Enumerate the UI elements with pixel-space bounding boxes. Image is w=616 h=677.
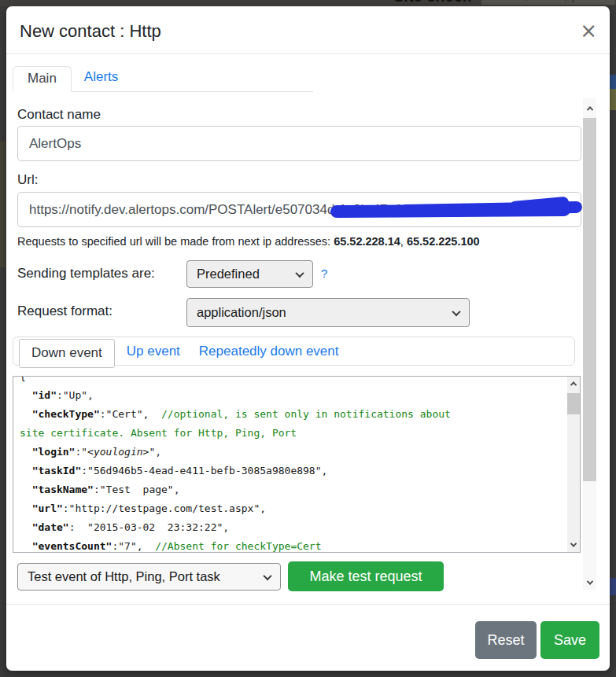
tab-repeatedly-down-event[interactable]: Repeatedly down event: [199, 344, 339, 359]
code-content: { "id":"Up", "checkType":"Cert", //optio…: [13, 376, 580, 553]
url-label: Url:: [17, 172, 38, 188]
code-line: "taskName":"Test page",: [20, 480, 580, 499]
test-event-value: Test event of Http, Ping, Port task: [28, 569, 220, 584]
event-template-code-area[interactable]: { "id":"Up", "checkType":"Cert", //optio…: [13, 376, 581, 553]
sending-templates-label: Sending templates are:: [17, 266, 155, 281]
tab-alerts[interactable]: Alerts: [72, 65, 131, 91]
dialog-scrollbar-thumb[interactable]: [583, 118, 596, 481]
request-format-label: Request format:: [17, 304, 113, 319]
chevron-up-icon: [570, 381, 577, 388]
event-tab-bar: Down event Up event Repeatedly down even…: [13, 337, 575, 366]
chevron-down-icon: [295, 268, 304, 277]
chevron-down-icon: [263, 571, 271, 579]
scroll-down-icon[interactable]: [567, 538, 580, 552]
backdrop-fragment: [0, 142, 6, 267]
templates-help-link[interactable]: ?: [321, 267, 327, 280]
tab-up-event[interactable]: Up event: [127, 344, 180, 359]
code-scrollbar-thumb[interactable]: [567, 393, 580, 414]
request-format-value: application/json: [197, 305, 286, 320]
tab-down-event[interactable]: Down event: [19, 339, 115, 368]
dialog-title: New contact : Http: [20, 21, 161, 42]
contact-name-value: AlertOps: [29, 136, 81, 152]
scroll-down-icon[interactable]: [583, 576, 596, 590]
tab-main[interactable]: Main: [13, 66, 72, 92]
contact-name-input[interactable]: AlertOps: [17, 126, 581, 161]
chevron-down-icon: [586, 578, 592, 584]
request-format-select[interactable]: application/json: [186, 298, 470, 327]
sending-templates-value: Predefined: [197, 267, 260, 281]
header-divider: [6, 53, 610, 54]
reset-button[interactable]: Reset: [475, 621, 537, 659]
ip-address-1: 65.52.228.14: [334, 235, 400, 248]
backdrop-fragment: [610, 75, 616, 89]
backdrop-search-placeholder: Enter url, domain, ip: [481, 0, 615, 4]
backdrop-search-input: Enter url, domain, ip: [481, 0, 615, 5]
code-line: {: [20, 376, 580, 386]
code-line: "url":"http://testpage.com/test.aspx",: [20, 499, 580, 518]
code-line: "date": "2015-03-02 23:32:22",: [20, 518, 580, 537]
code-line: "login":"<youlogin>",: [20, 443, 580, 462]
close-icon[interactable]: ×: [580, 20, 597, 41]
code-scrollbar[interactable]: [567, 377, 580, 552]
save-button[interactable]: Save: [540, 621, 599, 659]
backdrop-page-header: Site check Enter url, domain, ip: [0, 0, 616, 6]
new-contact-dialog: New contact : Http × Main Alerts Contact…: [6, 6, 610, 671]
sending-templates-select[interactable]: Predefined: [186, 260, 313, 288]
ip-note-text: Requests to specified url will be made f…: [17, 235, 334, 248]
ip-address-2: 65.52.225.100: [407, 235, 480, 248]
chevron-down-icon: [570, 540, 577, 546]
code-line: site certificate. Absent for Http, Ping,…: [20, 424, 580, 443]
ip-addresses-note: Requests to specified url will be made f…: [17, 235, 480, 248]
code-line: "eventsCount":"7", //Absent for checkTyp…: [20, 537, 580, 553]
test-event-select[interactable]: Test event of Http, Ping, Port task: [17, 563, 281, 591]
backdrop-fragment: [610, 578, 616, 595]
scroll-up-icon[interactable]: [583, 98, 596, 118]
code-line: "taskId":"56d946b5-4ead-e411-befb-3085a9…: [20, 462, 580, 480]
backdrop-site-title: Site check: [393, 0, 471, 6]
code-line: "id":"Up",: [20, 386, 580, 405]
backdrop-fragment: [610, 89, 616, 110]
scroll-up-icon[interactable]: [567, 377, 580, 391]
footer-divider: [6, 604, 610, 605]
code-line: "checkType":"Cert", //optional, is sent …: [20, 405, 580, 424]
chevron-down-icon: [452, 307, 460, 315]
make-test-request-button[interactable]: Make test request: [288, 561, 444, 591]
main-tab-bar: Main Alerts: [13, 67, 313, 92]
contact-name-label: Contact name: [17, 107, 101, 123]
dialog-scrollbar[interactable]: [583, 98, 596, 590]
chevron-up-icon: [586, 106, 592, 112]
